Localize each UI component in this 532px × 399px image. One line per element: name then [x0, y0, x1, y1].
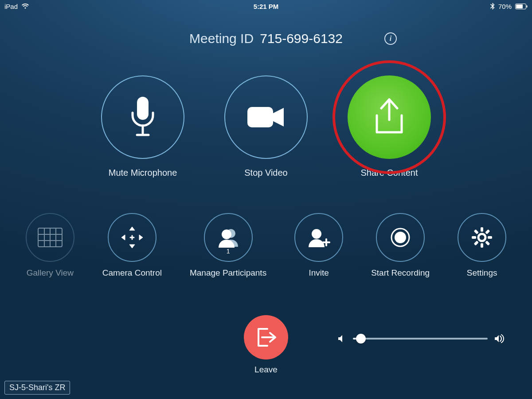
battery-percent: 70%	[498, 3, 512, 10]
start-recording-button[interactable]	[376, 213, 425, 262]
start-recording-label: Start Recording	[371, 268, 430, 278]
bluetooth-icon	[490, 3, 495, 10]
mute-microphone-button[interactable]	[101, 75, 184, 159]
start-recording-control: Start Recording	[371, 213, 430, 278]
gear-icon	[471, 226, 493, 249]
invite-control: Invite	[294, 213, 343, 278]
volume-high-icon	[494, 334, 505, 344]
meeting-header: Meeting ID 715-699-6132	[0, 31, 532, 46]
camera-control-button[interactable]	[108, 213, 156, 262]
room-name-badge: SJ-5-Shari's ZR	[4, 381, 70, 395]
meeting-id-label: Meeting ID	[189, 31, 254, 46]
svg-rect-28	[474, 241, 479, 245]
svg-rect-24	[481, 243, 483, 248]
volume-slider[interactable]	[353, 338, 488, 340]
status-time: 5:21 PM	[254, 3, 279, 10]
mute-microphone-label: Mute Microphone	[109, 168, 177, 178]
microphone-icon	[127, 95, 158, 139]
svg-point-16	[222, 229, 231, 239]
stop-video-label: Stop Video	[244, 168, 288, 178]
participants-icon	[215, 226, 242, 249]
secondary-controls-row: Gallery View Camera Control	[0, 213, 532, 278]
exit-icon	[254, 326, 278, 348]
meeting-id-value: 715-699-6132	[260, 31, 343, 46]
share-content-control: Share Content	[348, 75, 431, 178]
primary-controls-row: Mute Microphone Stop Video Share Content	[0, 75, 532, 178]
svg-rect-29	[474, 229, 479, 234]
record-icon	[390, 227, 411, 248]
battery-icon	[515, 4, 528, 9]
volume-control	[337, 334, 505, 344]
leave-control: Leave	[0, 315, 532, 375]
stop-video-button[interactable]	[224, 75, 308, 159]
settings-button[interactable]	[458, 213, 506, 262]
invite-icon	[306, 227, 332, 248]
invite-label: Invite	[309, 268, 329, 278]
svg-rect-1	[516, 4, 523, 8]
volume-thumb[interactable]	[356, 334, 366, 344]
svg-rect-2	[527, 5, 528, 8]
meeting-info-button[interactable]: i	[384, 32, 397, 45]
device-name: iPad	[4, 3, 18, 10]
invite-button[interactable]	[294, 213, 343, 262]
camera-icon	[244, 102, 288, 133]
stop-video-control: Stop Video	[224, 75, 308, 178]
manage-participants-button[interactable]: 1	[204, 213, 253, 262]
svg-rect-25	[472, 236, 476, 239]
svg-rect-3	[137, 97, 149, 120]
gallery-view-label: Gallery View	[27, 268, 74, 278]
svg-point-22	[478, 234, 485, 241]
manage-participants-label: Manage Participants	[190, 268, 266, 278]
ios-status-bar: iPad 5:21 PM 70%	[0, 0, 532, 12]
leave-label: Leave	[254, 365, 278, 375]
wifi-icon	[21, 3, 29, 9]
svg-rect-23	[481, 227, 483, 232]
volume-low-icon	[337, 334, 347, 344]
camera-control-label: Camera Control	[102, 268, 162, 278]
participant-count: 1	[227, 248, 230, 255]
svg-point-21	[395, 232, 406, 243]
svg-rect-26	[488, 236, 492, 239]
directional-pad-icon	[118, 223, 146, 252]
camera-control-control: Camera Control	[102, 213, 162, 278]
gallery-view-control: Gallery View	[26, 213, 74, 278]
share-content-button[interactable]	[348, 75, 431, 159]
settings-label: Settings	[467, 268, 497, 278]
share-icon	[367, 96, 411, 138]
svg-rect-30	[485, 241, 490, 245]
manage-participants-control: 1 Manage Participants	[190, 213, 266, 278]
mute-microphone-control: Mute Microphone	[101, 75, 184, 178]
grid-icon	[38, 228, 63, 247]
share-content-label: Share Content	[361, 168, 418, 178]
leave-button[interactable]	[244, 315, 288, 359]
settings-control: Settings	[458, 213, 506, 278]
gallery-view-button	[26, 213, 74, 262]
svg-point-17	[312, 229, 321, 239]
svg-rect-27	[485, 229, 490, 234]
svg-rect-6	[247, 107, 273, 127]
